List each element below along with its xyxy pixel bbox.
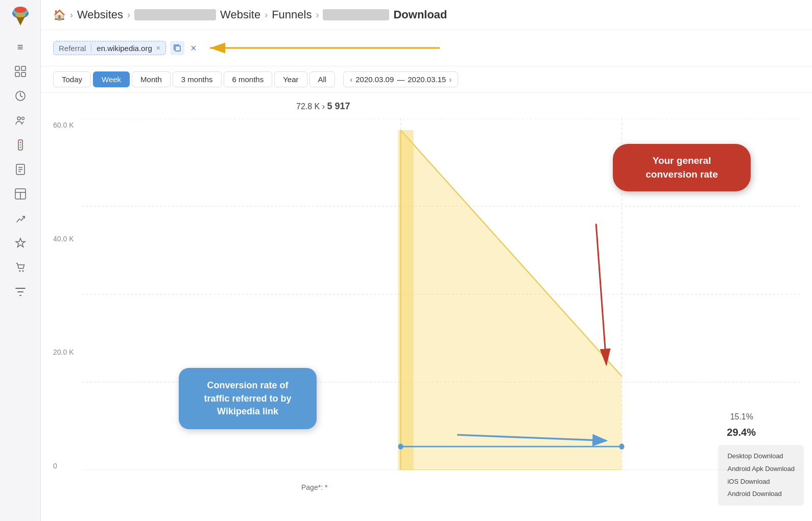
legend-item-3: iOS Download [727, 476, 795, 488]
y-axis: 60.0 K 40.0 K 20.0 K 0 [53, 121, 74, 470]
breadcrumb-blurred-1 [134, 9, 216, 20]
filter-label: Referral [59, 44, 86, 53]
svg-point-24 [22, 270, 23, 272]
tooltip-arrow: › [322, 102, 327, 111]
traffic-icon[interactable] [10, 135, 31, 155]
sidebar: ≡ [0, 0, 41, 521]
date-start: 2020.03.09 [355, 75, 394, 84]
svg-point-13 [19, 142, 21, 143]
svg-rect-6 [21, 66, 26, 70]
tooltip-value: 5 917 [327, 101, 350, 111]
breadcrumb: 🏠 › Websites › Website › Funnels › Downl… [41, 0, 812, 30]
arrow-annotation [205, 35, 470, 61]
y-label-60k: 60.0 K [53, 121, 74, 129]
general-pct-label: 15.1% [730, 412, 753, 421]
time-3months-button[interactable]: 3 months [173, 71, 222, 87]
filter-value: en.wikipedia.org [97, 44, 152, 53]
y-label-0: 0 [53, 462, 74, 470]
general-conversion-text: Your general conversion rate [646, 155, 718, 180]
filter-icon[interactable] [10, 282, 31, 302]
annotation-arrow-svg [205, 35, 470, 61]
svg-point-42 [619, 443, 624, 449]
date-dash: — [397, 75, 404, 84]
time-month-button[interactable]: Month [132, 71, 171, 87]
svg-point-14 [19, 144, 21, 146]
dashboard-icon[interactable] [10, 61, 31, 82]
svg-point-41 [398, 443, 403, 449]
wikipedia-conversion-bubble: Conversion rate of traffic referred to b… [179, 368, 317, 429]
wikipedia-pct-label: 29.4% [727, 427, 756, 438]
legend-item-2: Android Apk Download [727, 463, 795, 476]
svg-point-11 [21, 117, 24, 120]
menu-icon[interactable]: ≡ [10, 37, 31, 57]
time-bar: Today Week Month 3 months 6 months Year … [41, 66, 812, 93]
filter-remove-x[interactable]: × [156, 44, 160, 52]
legend-item-4: Android Download [727, 488, 795, 501]
svg-marker-35 [400, 130, 622, 470]
time-6months-button[interactable]: 6 months [224, 71, 273, 87]
filter-bar: Referral ┊ en.wikipedia.org × × [41, 30, 812, 66]
svg-rect-25 [175, 46, 180, 51]
filter-close-button[interactable]: × [190, 42, 197, 54]
filter-tag[interactable]: Referral ┊ en.wikipedia.org × [53, 41, 166, 55]
legend-item-1: Desktop Download [727, 450, 795, 463]
chart-legend: Desktop Download Android Apk Download iO… [718, 445, 804, 506]
breadcrumb-sep-4: › [316, 10, 319, 20]
time-week-button[interactable]: Week [93, 71, 130, 87]
time-all-button[interactable]: All [309, 71, 336, 87]
chart-area: 72.8 K › 5 917 60.0 K 40.0 K 20.0 K 0 [41, 93, 812, 521]
svg-rect-5 [15, 66, 19, 70]
breadcrumb-website: Website [220, 8, 260, 21]
time-year-button[interactable]: Year [274, 71, 307, 87]
breadcrumb-sep-2: › [127, 10, 130, 20]
svg-point-2 [14, 7, 27, 13]
prev-date-arrow[interactable]: ‹ [350, 75, 352, 84]
svg-rect-7 [15, 72, 19, 77]
breadcrumb-funnels[interactable]: Funnels [272, 8, 312, 21]
filter-copy-icon[interactable] [170, 41, 184, 55]
layout-icon[interactable] [10, 184, 31, 204]
home-icon[interactable]: 🏠 [53, 9, 66, 21]
breadcrumb-download: Download [393, 8, 447, 21]
tooltip-visitors: 72.8 K [296, 102, 320, 111]
wikipedia-conversion-text: Conversion rate of traffic referred to b… [204, 380, 291, 416]
date-end: 2020.03.15 [408, 75, 446, 84]
goals-icon[interactable] [10, 208, 31, 229]
general-conversion-bubble: Your general conversion rate [613, 144, 751, 191]
pages-icon[interactable] [10, 159, 31, 180]
main-content: 🏠 › Websites › Website › Funnels › Downl… [41, 0, 812, 521]
breadcrumb-blurred-2 [323, 9, 389, 20]
date-range[interactable]: ‹ 2020.03.09 — 2020.03.15 › [343, 71, 458, 87]
breadcrumb-sep-3: › [265, 10, 268, 20]
app-logo [9, 6, 32, 29]
chart-tooltip: 72.8 K › 5 917 [296, 101, 350, 112]
next-date-arrow[interactable]: › [449, 75, 451, 84]
svg-rect-8 [21, 72, 26, 77]
svg-point-15 [19, 147, 21, 148]
ecommerce-icon[interactable] [10, 257, 31, 278]
y-label-40k: 40.0 K [53, 235, 74, 243]
y-label-20k: 20.0 K [53, 348, 74, 356]
breadcrumb-websites[interactable]: Websites [77, 8, 123, 21]
svg-rect-39 [398, 130, 413, 470]
events-icon[interactable] [10, 233, 31, 253]
realtime-icon[interactable] [10, 86, 31, 106]
breadcrumb-sep-1: › [70, 10, 73, 20]
time-today-button[interactable]: Today [53, 71, 91, 87]
svg-point-10 [17, 117, 20, 120]
svg-point-4 [15, 13, 26, 17]
page-label: Page*: * [301, 483, 327, 491]
svg-point-23 [19, 270, 20, 272]
visitors-icon[interactable] [10, 110, 31, 131]
